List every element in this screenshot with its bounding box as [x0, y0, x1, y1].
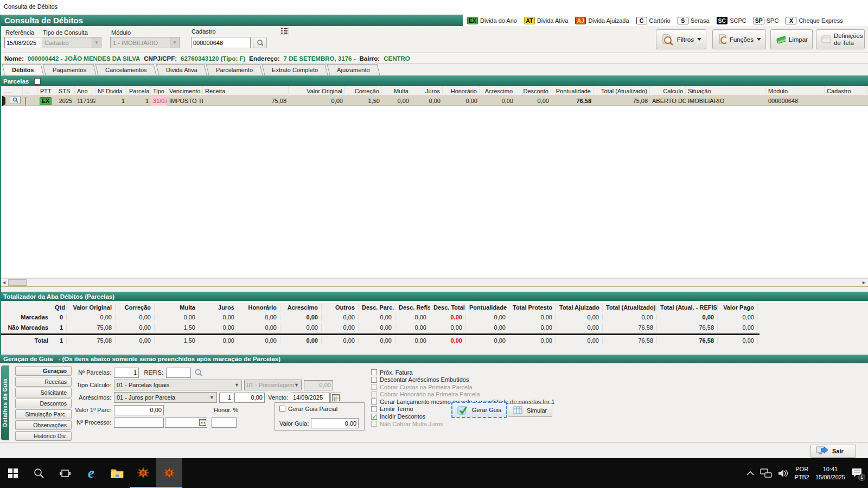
table-row[interactable]: EX 2025 117192 1 1 31/07/2025 IMPOSTO TE… — [0, 96, 868, 106]
incidir-descontos-checkbox[interactable] — [371, 414, 377, 420]
acrescimo-qtd-input[interactable] — [219, 393, 233, 403]
clock[interactable]: 10:41 15/08/2025 — [815, 465, 845, 481]
start-button[interactable] — [0, 458, 26, 488]
cell-parcela: 1 — [95, 96, 127, 106]
tab-debitos[interactable]: Débitos — [2, 64, 44, 75]
tab-divida-ativa[interactable]: Divida Ativa — [156, 64, 207, 75]
valor-1parc-input[interactable] — [114, 405, 164, 415]
horizontal-scrollbar[interactable]: ◄ ► — [0, 278, 868, 286]
n-parcelas-input[interactable] — [114, 368, 139, 378]
option-row: Cobrar Honorário na Primeira Parcela — [371, 391, 554, 398]
col-header: Módulo — [766, 86, 825, 96]
definicoes-tela-button[interactable]: Definições de Tela — [816, 29, 865, 49]
tot-col: Desc. Refis — [395, 304, 430, 311]
file-explorer-button[interactable] — [104, 458, 130, 488]
tot-col: Acrescimo — [280, 304, 322, 311]
funcoes-button[interactable]: Funções — [712, 29, 766, 49]
legend-label: Serasa — [691, 17, 710, 24]
row-detail-button[interactable] — [10, 96, 21, 104]
refis-search-icon[interactable] — [193, 368, 204, 378]
referencia-input[interactable] — [4, 37, 41, 48]
guia-section: Detalhes da Guia Geração Receitas Solici… — [0, 363, 868, 442]
tipo-calculo-select[interactable]: 01 - Parcelas Iguais▼ — [114, 380, 242, 390]
sair-button[interactable]: Sair — [810, 445, 856, 458]
detalhes-da-guia-tab[interactable]: Detalhes da Guia — [1, 365, 9, 440]
tot-col: Total Protesto — [509, 304, 556, 311]
n-processo-input[interactable] — [114, 418, 164, 428]
task-view-button[interactable] — [52, 458, 78, 488]
n-processo-label: Nº Processo: — [75, 419, 114, 426]
tab-parcelamento[interactable]: Parcelamento — [206, 64, 263, 75]
nav-observacoes-button[interactable]: Observações — [15, 420, 72, 430]
cell-juros: 0,00 — [382, 96, 411, 106]
badge-cheque-express: X — [786, 17, 796, 24]
guia-parcial-group: Gerar Guia Parcial Valor Guia: — [275, 402, 365, 431]
nav-receitas-button[interactable]: Receitas — [15, 377, 72, 387]
search-icon — [12, 97, 18, 103]
date: 15/08/2025 — [815, 473, 845, 481]
limpar-button[interactable]: Limpar — [770, 29, 813, 49]
acrescimos-select[interactable]: 01 - Juros por Parcela▼ — [114, 392, 217, 403]
chevron-up-icon[interactable] — [746, 471, 754, 476]
col-header: Multa — [382, 86, 411, 96]
nav-descontos-button[interactable]: Descontos — [15, 399, 72, 408]
scroll-right-icon[interactable]: ► — [860, 279, 867, 286]
gerar-lancamento-checkbox[interactable] — [371, 399, 377, 404]
list-icon[interactable] — [280, 27, 289, 36]
scroll-left-icon[interactable]: ◄ — [1, 279, 8, 286]
totalizador-section: Totalizador da Aba Débitos (Parcelas) Qt… — [0, 287, 868, 355]
honor-input[interactable] — [212, 418, 237, 428]
taskbar-search-button[interactable] — [26, 458, 52, 488]
app-button-2[interactable] — [156, 458, 182, 488]
gerar-guia-parcial-checkbox[interactable] — [279, 406, 285, 412]
filter-bar: Referência Tipo de Consulta Cadastro ▼ M… — [0, 26, 868, 53]
internet-explorer-button[interactable]: e — [78, 458, 104, 488]
tab-extrato-completo[interactable]: Extrato Completo — [261, 64, 328, 75]
cadastro-search-button[interactable] — [253, 37, 267, 48]
nav-simulacao-button[interactable]: Simulação Parc. — [15, 409, 72, 419]
speaker-icon[interactable] — [778, 469, 788, 478]
chevron-down-icon: ▼ — [234, 382, 239, 388]
emitir-termo-checkbox[interactable] — [371, 406, 377, 412]
language-indicator[interactable]: POR PTB2 — [794, 465, 809, 481]
tot-col: Valor Original — [67, 304, 116, 311]
tab-ajuizamento[interactable]: Ajuizamento — [327, 64, 380, 75]
legend-label: Divida do Ano — [480, 17, 517, 24]
option-row: Descontar Acréscimos Embutidos — [371, 376, 554, 383]
option-row: Não Cobrar Multa Juros — [371, 420, 554, 427]
simular-button[interactable]: Simular — [508, 403, 552, 417]
vencto-input[interactable] — [291, 393, 330, 403]
select-all-checkbox[interactable] — [34, 78, 41, 85]
nav-solicitante-button[interactable]: Solicitante — [15, 388, 72, 397]
calendar-icon[interactable] — [330, 393, 341, 403]
filtros-button[interactable]: Filtros — [656, 29, 706, 49]
tot-col: Honorário — [238, 304, 280, 311]
gerar-guia-button[interactable]: Gerar Guia — [451, 402, 507, 418]
refis-input[interactable] — [166, 368, 191, 378]
legend-label: Divida Ativa — [537, 17, 568, 24]
nav-geracao-button[interactable]: Geração — [15, 366, 72, 376]
descontar-acrescimos-checkbox[interactable] — [371, 377, 377, 383]
calendar-icon[interactable] — [199, 419, 206, 427]
cadastro-label: Cadastro — [192, 28, 216, 35]
page-title: Consulta de Débitos — [0, 15, 463, 26]
acrescimo-valor-input[interactable] — [234, 393, 265, 403]
valor-guia-input[interactable] — [311, 418, 359, 428]
prox-fatura-checkbox[interactable] — [371, 369, 377, 375]
check-doc-icon — [457, 405, 469, 415]
tab-cancelamentos[interactable]: Cancelamentos — [95, 64, 157, 75]
notification-center-button[interactable]: 1 — [851, 468, 863, 479]
chevron-down-icon: ▼ — [92, 37, 101, 48]
col-header: Acrescimo — [480, 86, 515, 96]
legend-item: SSerasa — [678, 17, 710, 24]
scrollbar-thumb[interactable] — [8, 279, 27, 286]
row-checkbox[interactable] — [25, 97, 26, 105]
nav-historico-button[interactable]: Histórico Div. — [15, 431, 72, 441]
network-icon[interactable] — [760, 468, 772, 478]
app-button-1[interactable] — [130, 458, 156, 488]
gerar-guia-parcial-row: Gerar Guia Parcial — [279, 405, 364, 412]
parcelas-title: Parcelas — [3, 78, 29, 85]
tab-pagamentos[interactable]: Pagamentos — [43, 64, 97, 75]
cadastro-input[interactable] — [191, 37, 251, 48]
tipo-consulta-select: Cadastro ▼ — [42, 37, 101, 48]
